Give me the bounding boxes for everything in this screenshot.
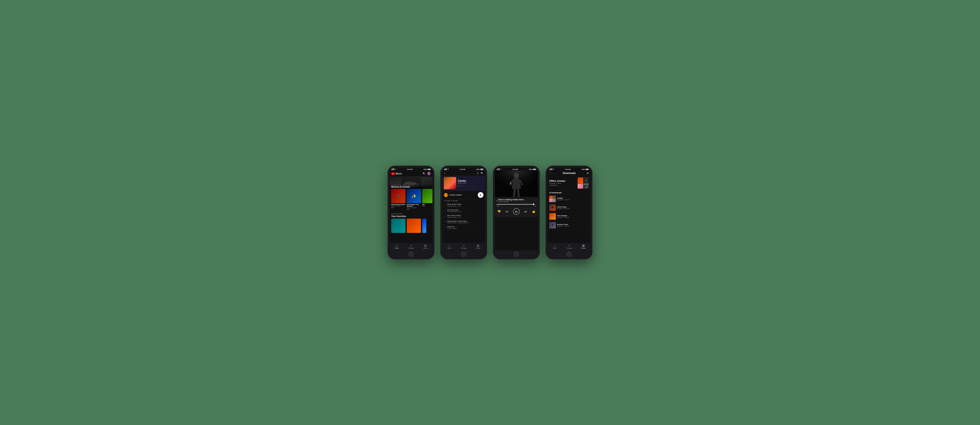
player-controls: 👎 ⏮ ▮▮ ⏭ 👍 — [496, 208, 536, 216]
dl-item-collage[interactable]: Collage ▮ Playlist • YouTube ⋮ — [547, 195, 590, 203]
nav-home-4[interactable]: ⌂ Home — [547, 244, 562, 249]
search-icon-1[interactable]: 🔍 — [423, 172, 425, 175]
status-time-4: 9:41 AM — [565, 169, 571, 170]
progress-bar[interactable] — [496, 204, 536, 205]
nav-trending-1[interactable]: ↗ Trending — [404, 244, 418, 249]
prev-btn[interactable]: ⏮ — [506, 210, 508, 213]
offline-songs: 20 songs • 2 hours — [549, 182, 576, 184]
dl-more-mixtape[interactable]: ⋮ — [587, 216, 589, 217]
c4 — [552, 199, 556, 202]
fav-thumb-3[interactable] — [422, 219, 426, 233]
track-more-3[interactable]: ⋮ — [481, 215, 484, 217]
dl-more-liked[interactable]: ⋮ — [587, 206, 589, 209]
track-artist-3: Camila Cabello • 2:57 — [447, 217, 480, 218]
listen-again-label: LISTEN AGAIN — [390, 212, 433, 215]
info-icon: ℹ — [496, 200, 497, 202]
track-row-5[interactable]: 5 Inside Out Camila Cabello ⋮ — [442, 225, 485, 230]
svg-point-5 — [445, 195, 447, 197]
more-btn-album[interactable]: ⋮ — [463, 185, 465, 187]
thumbs-down-btn[interactable]: 👎 — [497, 210, 501, 213]
nav-trending-label-2: Trending — [461, 247, 466, 249]
home-button-4[interactable] — [566, 251, 572, 257]
next-btn[interactable]: ⏭ — [524, 210, 527, 213]
app-header-1: Music 🔍 A — [390, 170, 433, 177]
album-title: Camila — [458, 179, 484, 182]
artist-row: Camila Cabello — [442, 191, 485, 199]
home-button-1[interactable] — [408, 251, 414, 257]
home-button-3[interactable] — [514, 251, 519, 257]
offline-storage: 2.30 GB free — [549, 184, 576, 186]
track-more-4[interactable]: ⋮ — [481, 221, 484, 223]
nav-home-1[interactable]: ⌂ Home — [390, 244, 404, 249]
fav-thumb-1[interactable] — [391, 219, 406, 233]
track-more-1[interactable]: ⋮ — [481, 204, 484, 206]
thumbs-up-btn[interactable]: 👍 — [532, 210, 535, 213]
trending-nav-icon-2: ↗ — [463, 244, 465, 247]
dl-more-summer[interactable]: ⋮ — [587, 224, 589, 226]
add-to-library-btn[interactable]: ⊞ — [458, 185, 459, 187]
dl-item-liked[interactable]: ♥ Liked songs ▮ Playlist • YouTube ⋮ — [547, 203, 590, 212]
play-button[interactable] — [478, 192, 484, 198]
playlist-meta-3: Albu... — [422, 205, 433, 207]
nav-home-2[interactable]: ⌂ Home — [442, 244, 457, 249]
phone-3-player: ▌▌▌ ▾ 9:41 AM 100% — [493, 166, 540, 259]
playlist-card-3[interactable]: Sky Albu... — [422, 189, 433, 210]
back-button-4[interactable]: ← — [549, 172, 552, 174]
track-more-5[interactable]: ⋮ — [481, 226, 484, 228]
track-more-2[interactable]: ⋮ — [481, 209, 484, 212]
nav-library-2[interactable]: ▤ Library — [471, 244, 485, 249]
phone-2-album: ▌▌▌ ▾ 9:41 AM 100% ← ⬡ 🔍 — [440, 166, 487, 259]
track-name-1: Never Be the Same — [447, 203, 480, 205]
download-btn[interactable]: ⇩ — [460, 185, 462, 187]
performer-svg — [495, 170, 538, 197]
downloads-title: Downloads — [552, 172, 587, 174]
album-header-icons: ⬡ 🔍 — [477, 172, 484, 174]
pause-button[interactable]: ▮▮ — [513, 208, 520, 215]
playlist-name-2: Get Pumped: Pop Anthems — [407, 204, 421, 207]
search-icon-2[interactable]: 🔍 — [480, 172, 484, 174]
playlist-card-1[interactable]: Hip Hop Beast Mode Playlist • YouTubeMus… — [391, 189, 406, 210]
app-name: Music — [396, 173, 402, 175]
dl-item-summer[interactable]: ☀ Summer Jams ▮ Playlist • YouTube ⋮ — [547, 221, 590, 230]
back-button-2[interactable]: ← — [444, 172, 446, 174]
nav-library-1[interactable]: ▤ Library — [418, 244, 433, 249]
trending-nav-icon-1: ↗ — [410, 244, 412, 247]
battery-icon-2 — [480, 169, 483, 170]
dl-name-liked: Liked songs — [557, 206, 585, 208]
battery-icon-3 — [533, 169, 536, 170]
settings-icon[interactable]: ⚙ — [587, 172, 589, 174]
dl-item-mixtape[interactable]: 🎵 Your mixtape ▮ Playlist • YouTube ⋮ — [547, 212, 590, 221]
fav-thumb-2[interactable] — [407, 219, 421, 233]
track-row-4[interactable]: 4 Havana (feat. Young Thug) Camila Cabel… — [442, 219, 485, 225]
player-more-icon[interactable]: ⋮ — [534, 200, 536, 202]
artist-name: Camila Cabello — [449, 194, 477, 196]
playlist-card-2[interactable]: Get Pumped: Pop Anthems Playlist • YouTu… — [407, 189, 421, 210]
status-battery-3: 100% — [529, 169, 536, 170]
playlist-thumb-3 — [422, 189, 433, 203]
player-text: There's Nothing Holdin' Me B... Shawn Me… — [498, 199, 525, 203]
favorites-title: Your favorites — [390, 215, 433, 219]
dl-more-collage[interactable]: ⋮ — [587, 198, 589, 200]
status-signal-1: ▌▌▌ ▾ — [391, 168, 396, 170]
phone-1-screen: ▌▌▌ ▾ 9:41 AM 100% Music 🔍 A — [390, 168, 433, 257]
nav-library-4[interactable]: ▤ Library — [576, 244, 590, 249]
home-button-2[interactable] — [461, 251, 466, 257]
battery-icon-4 — [585, 169, 589, 170]
status-battery-4: 100% — [581, 169, 589, 170]
home-nav-icon-2: ⌂ — [449, 244, 450, 247]
bottom-nav-4: ⌂ Home ↗ Trending ▤ Library — [547, 243, 590, 251]
track-row-2[interactable]: 2 All These Years Camila Cabello • 2:44 … — [442, 208, 485, 214]
nav-trending-4[interactable]: ↗ Trending — [562, 244, 576, 249]
track-row-3[interactable]: 3 She Loves Control Camila Cabello • 2:5… — [442, 214, 485, 219]
svg-point-10 — [510, 182, 511, 184]
status-bar-1: ▌▌▌ ▾ 9:41 AM 100% — [390, 168, 433, 170]
cast-icon[interactable]: ⬡ — [477, 172, 479, 174]
album-header: ← ⬡ 🔍 — [442, 170, 485, 176]
dl-thumb-mixtape: 🎵 — [549, 213, 556, 220]
track-num-2: 2 — [444, 209, 446, 211]
yt-logo-1: Music — [391, 172, 402, 175]
hero-section: LOOKS LIKE YOU'RE AT THE GYM Workout Ess… — [390, 177, 433, 189]
nav-trending-2[interactable]: ↗ Trending — [457, 244, 471, 249]
track-row-1[interactable]: 1 Never Be the Same Camila Cabello • 3:4… — [442, 202, 485, 208]
avatar-1[interactable]: A — [427, 172, 431, 175]
